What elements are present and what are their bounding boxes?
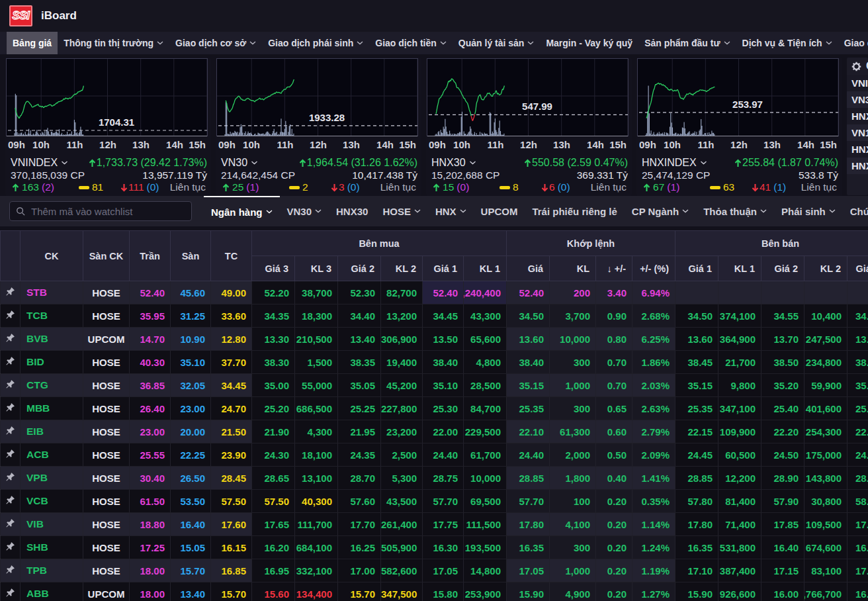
svg-text:1704.31: 1704.31: [99, 116, 134, 128]
svg-text:253.97: 253.97: [732, 99, 763, 110]
svg-text:547.99: 547.99: [522, 101, 552, 112]
svg-text:1933.28: 1933.28: [309, 112, 345, 123]
